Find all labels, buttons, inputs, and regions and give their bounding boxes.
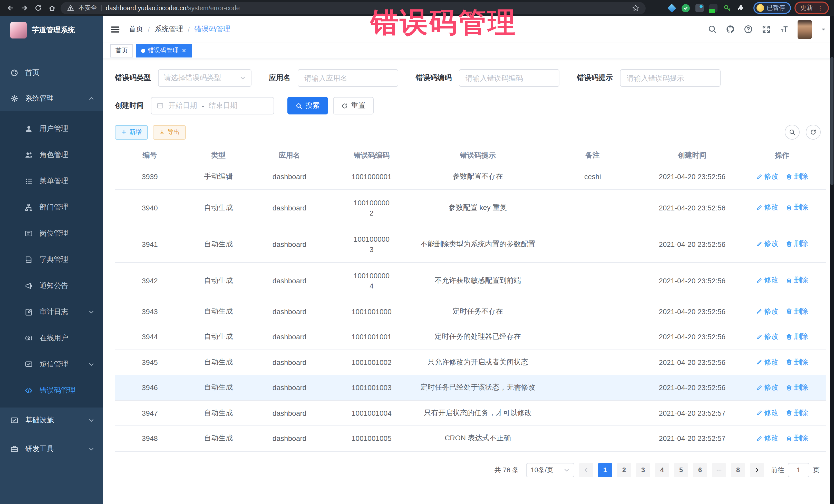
security-label[interactable]: 不安全 <box>79 4 97 12</box>
edit-link[interactable]: 修改 <box>756 172 778 181</box>
breadcrumb-home[interactable]: 首页 <box>129 25 143 34</box>
extension-puzzle-icon[interactable] <box>737 4 745 12</box>
page-button[interactable]: 6 <box>693 463 707 477</box>
scrollbar[interactable] <box>830 16 834 504</box>
delete-link[interactable]: 删除 <box>786 172 808 181</box>
sidebar-item-departments[interactable]: 部门管理 <box>0 194 103 220</box>
table-row[interactable]: 3946自动生成dashboard1001001003定时任务已经处于该状态，无… <box>115 375 826 400</box>
edit-link[interactable]: 修改 <box>756 434 778 443</box>
forward-icon[interactable] <box>19 3 29 13</box>
error-code-input[interactable] <box>459 69 559 87</box>
app-name-input[interactable] <box>298 69 398 87</box>
close-icon[interactable] <box>181 48 187 53</box>
delete-link[interactable]: 删除 <box>786 239 808 249</box>
search-icon[interactable] <box>708 25 717 34</box>
page-button[interactable]: 2 <box>617 463 631 477</box>
url-text[interactable]: dashboard.yudao.iocoder.cn/system/error-… <box>106 4 240 12</box>
home-icon[interactable] <box>47 3 57 13</box>
bookmark-star-icon[interactable] <box>632 3 639 13</box>
hamburger-icon[interactable] <box>110 24 120 34</box>
font-size-icon[interactable] <box>780 25 789 34</box>
delete-link[interactable]: 删除 <box>786 332 808 341</box>
delete-link[interactable]: 删除 <box>786 357 808 367</box>
prev-page-button[interactable] <box>579 463 593 477</box>
app-logo[interactable]: 芋道管理系统 <box>0 16 103 45</box>
table-row[interactable]: 3947自动生成dashboard1001001004只有开启状态的任务，才可以… <box>115 400 826 426</box>
next-page-button[interactable] <box>750 463 764 477</box>
breadcrumb-system[interactable]: 系统管理 <box>154 25 183 34</box>
sidebar-item-dictionary[interactable]: 字典管理 <box>0 246 103 272</box>
table-row[interactable]: 3942自动生成dashboard1001000004不允许获取敏感配置到前端2… <box>115 262 826 299</box>
extension-orange-icon[interactable] <box>654 4 662 12</box>
delete-link[interactable]: 删除 <box>786 276 808 285</box>
sidebar-item-dev-tools[interactable]: 研发工具 <box>0 436 103 462</box>
reload-icon[interactable] <box>33 3 43 13</box>
github-icon[interactable] <box>726 25 735 34</box>
tab-error-code[interactable]: 错误码管理 <box>136 44 192 57</box>
more-pages-button[interactable] <box>712 463 726 477</box>
delete-link[interactable]: 删除 <box>786 203 808 212</box>
show-search-button[interactable] <box>785 125 799 139</box>
table-row[interactable]: 3939手动编辑dashboard1001000001参数配置不存在ceshi2… <box>115 164 826 190</box>
add-button[interactable]: 新增 <box>115 125 148 139</box>
export-button[interactable]: 导出 <box>153 125 186 139</box>
extension-grid-icon[interactable] <box>696 4 704 12</box>
error-type-select[interactable]: 请选择错误码类型 <box>158 69 251 87</box>
sidebar-item-system[interactable]: 系统管理 <box>0 86 103 111</box>
table-row[interactable]: 3944自动生成dashboard1001001001定时任务的处理器已经存在2… <box>115 324 826 350</box>
page-button[interactable]: 3 <box>636 463 650 477</box>
extension-on-badge-icon[interactable] <box>709 4 718 12</box>
search-button[interactable]: 搜索 <box>287 97 328 114</box>
fullscreen-icon[interactable] <box>762 25 771 34</box>
page-button[interactable]: 5 <box>674 463 688 477</box>
edit-link[interactable]: 修改 <box>756 408 778 418</box>
table-row[interactable]: 3948自动生成dashboard1001001005CRON 表达式不正确20… <box>115 426 826 451</box>
sidebar-item-menus[interactable]: 菜单管理 <box>0 168 103 194</box>
edit-link[interactable]: 修改 <box>756 307 778 316</box>
page-button[interactable]: 8 <box>731 463 745 477</box>
user-avatar[interactable] <box>797 20 812 39</box>
extension-green-check-icon[interactable] <box>682 4 690 12</box>
table-row[interactable]: 3940自动生成dashboard1001000002参数配置 key 重复20… <box>115 190 826 226</box>
sidebar-item-error-code[interactable]: 错误码管理 <box>0 377 103 403</box>
sidebar-item-sms[interactable]: 短信管理 <box>0 351 103 377</box>
help-icon[interactable] <box>744 25 753 34</box>
page-size-select[interactable]: 10条/页 <box>526 463 574 477</box>
create-time-range-picker[interactable]: 开始日期 - 结束日期 <box>151 97 274 114</box>
table-row[interactable]: 3943自动生成dashboard1001001000定时任务不存在2021-0… <box>115 299 826 324</box>
paused-extension-badge[interactable]: 已暂停 <box>753 2 791 14</box>
delete-link[interactable]: 删除 <box>786 408 808 418</box>
sidebar-item-notices[interactable]: 通知公告 <box>0 272 103 299</box>
address-bar[interactable]: 不安全 dashboard.yudao.iocoder.cn/system/er… <box>61 2 646 14</box>
reset-button[interactable]: 重置 <box>333 97 374 114</box>
error-hint-input[interactable] <box>620 69 721 87</box>
edit-link[interactable]: 修改 <box>756 203 778 212</box>
delete-link[interactable]: 删除 <box>786 307 808 316</box>
page-button[interactable]: 4 <box>655 463 669 477</box>
avatar-caret-icon[interactable] <box>821 26 826 32</box>
refresh-table-button[interactable] <box>806 125 821 139</box>
table-row[interactable]: 3945自动生成dashboard1001001002只允许修改为开启或者关闭状… <box>115 350 826 375</box>
edit-link[interactable]: 修改 <box>756 332 778 341</box>
scrollbar-thumb[interactable] <box>830 57 833 185</box>
sidebar-item-posts[interactable]: 岗位管理 <box>0 220 103 246</box>
sidebar-item-users[interactable]: 用户管理 <box>0 115 103 141</box>
sidebar-item-audit-log[interactable]: 审计日志 <box>0 299 103 325</box>
page-button[interactable]: 1 <box>598 463 612 477</box>
sidebar-item-infrastructure[interactable]: 基础设施 <box>0 408 103 433</box>
edit-link[interactable]: 修改 <box>756 239 778 249</box>
sidebar-item-online-users[interactable]: 在线用户 <box>0 325 103 351</box>
edit-link[interactable]: 修改 <box>756 276 778 285</box>
edit-link[interactable]: 修改 <box>756 357 778 367</box>
extension-gem-icon[interactable] <box>668 4 676 12</box>
sidebar-item-roles[interactable]: 角色管理 <box>0 141 103 168</box>
goto-page-input[interactable] <box>788 463 809 477</box>
edit-link[interactable]: 修改 <box>756 383 778 392</box>
extension-key-icon[interactable] <box>723 4 731 12</box>
delete-link[interactable]: 删除 <box>786 434 808 443</box>
sidebar-item-home[interactable]: 首页 <box>0 60 103 86</box>
table-row[interactable]: 3941自动生成dashboard1001000003不能删除类型为系统内置的参… <box>115 226 826 262</box>
tab-home[interactable]: 首页 <box>110 44 133 57</box>
browser-update-button[interactable]: 更新 <box>794 2 829 14</box>
back-icon[interactable] <box>5 3 15 13</box>
